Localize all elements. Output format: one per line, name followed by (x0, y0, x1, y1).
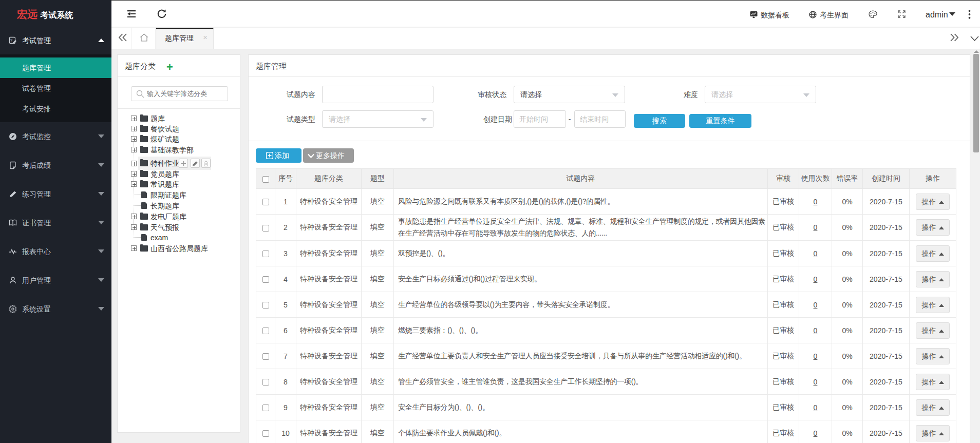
svg-text:?: ? (10, 38, 13, 43)
